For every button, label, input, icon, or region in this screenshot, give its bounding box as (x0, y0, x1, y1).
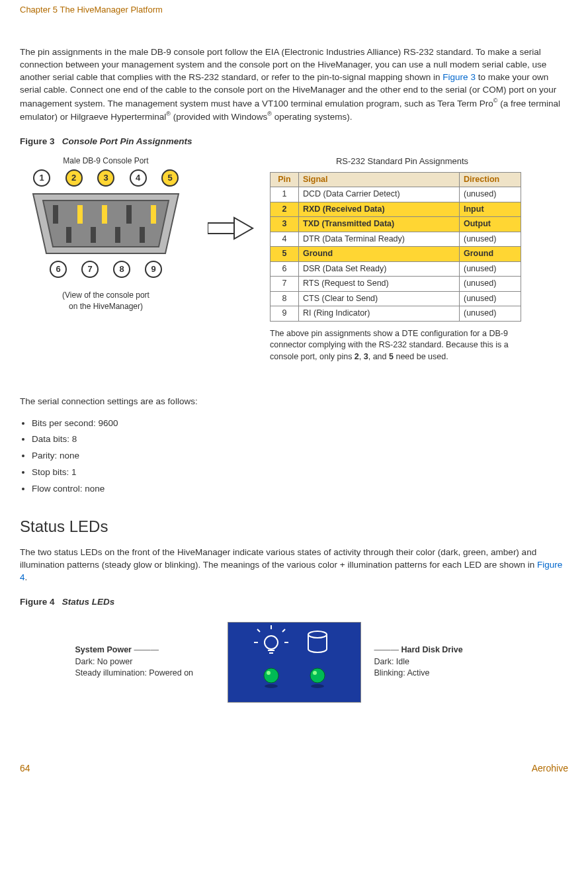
cell-pin: 4 (271, 232, 299, 247)
cell-sig: CTS (Clear to Send) (299, 291, 460, 306)
svg-rect-8 (91, 227, 96, 243)
cell-dir: (unused) (460, 187, 521, 202)
hdr-signal: Signal (299, 172, 460, 187)
pin-circle-4: 4 (130, 169, 147, 187)
reg-sup-2: ® (267, 110, 272, 117)
cell-dir: (unused) (460, 277, 521, 292)
hdr-direction: Direction (460, 172, 521, 187)
svg-point-25 (265, 684, 278, 688)
svg-line-16 (282, 629, 285, 632)
cell-sig: DCD (Data Carrier Detect) (299, 187, 460, 202)
table-row: 5GroundGround (271, 247, 521, 262)
cell-pin: 1 (271, 187, 299, 202)
cell-pin: 9 (271, 306, 299, 322)
system-power-line2: Steady illumination: Powered on (75, 668, 214, 680)
list-item: Stop bits: 1 (32, 466, 568, 479)
figure-3-link[interactable]: Figure 3 (442, 72, 476, 82)
table-row: 7RTS (Request to Send)(unused) (271, 277, 521, 292)
serial-settings-list: Bits per second: 9600 Data bits: 8 Parit… (20, 417, 568, 496)
svg-point-29 (313, 671, 317, 675)
cell-sig: DTR (Data Terminal Ready) (299, 232, 460, 247)
table-row: 9RI (Ring Indicator)(unused) (271, 306, 521, 322)
cell-sig: RXD (Received Data) (299, 202, 460, 217)
cell-sig: RTS (Request to Send) (299, 277, 460, 292)
table-row: 3TXD (Transmitted Data)Output (271, 217, 521, 232)
cell-sig: Ground (299, 247, 460, 262)
status-text-a: The two status LEDs on the front of the … (20, 547, 537, 570)
cell-sig: DSR (Data Set Ready) (299, 261, 460, 277)
pin-table-note: The above pin assignments show a DTE con… (270, 328, 521, 363)
svg-point-24 (264, 668, 278, 683)
intro-text-d: (provided with Windows (171, 112, 267, 122)
note-bold-5: 5 (389, 352, 394, 361)
pin-table-header: Pin Signal Direction (271, 172, 521, 187)
note-bold-3: 3 (364, 352, 368, 361)
svg-rect-3 (77, 205, 83, 224)
figure-3-content: Male DB-9 Console Port 1 2 3 4 5 (20, 155, 568, 363)
figure-4-caption: Figure 4 Status LEDs (20, 596, 568, 609)
note-text-end: need be used. (394, 352, 448, 361)
figure-4-number: Figure 4 (20, 597, 55, 607)
cell-pin: 5 (271, 247, 299, 262)
pin-table: Pin Signal Direction 1DCD (Data Carrier … (270, 172, 521, 322)
cell-dir: Input (460, 202, 521, 217)
serial-settings-intro: The serial connection settings are as fo… (20, 396, 568, 408)
hdr-pin: Pin (271, 172, 299, 187)
cell-dir: (unused) (460, 291, 521, 306)
brand-name: Aerohive (532, 762, 568, 775)
svg-rect-5 (126, 205, 132, 224)
table-row: 8CTS (Clear to Send)(unused) (271, 291, 521, 306)
svg-rect-4 (102, 205, 107, 224)
intro-text-e: operating systems). (272, 112, 353, 122)
figure-3-caption: Figure 3 Console Port Pin Assignments (20, 136, 568, 148)
table-row: 6DSR (Data Set Ready)(unused) (271, 261, 521, 277)
list-item: Data bits: 8 (32, 433, 568, 446)
cell-pin: 2 (271, 202, 299, 217)
cell-dir: Output (460, 217, 521, 232)
pin-circle-8: 8 (113, 261, 130, 278)
page-number: 64 (20, 762, 30, 775)
system-power-header: System Power ——— (75, 644, 214, 656)
figure-3-title: Console Port Pin Assignments (62, 136, 192, 146)
svg-rect-2 (53, 205, 58, 224)
pin-circle-9: 9 (145, 261, 162, 278)
list-item: Flow control: none (32, 483, 568, 496)
cell-pin: 3 (271, 217, 299, 232)
db9-top-pins: 1 2 3 4 5 (33, 169, 179, 187)
cell-dir: (unused) (460, 261, 521, 277)
chapter-header: Chapter 5 The HiveManager Platform (20, 0, 568, 16)
note-comma-2: , and (368, 352, 389, 361)
db9-connector-icon (30, 191, 182, 257)
hdd-legend: ——— Hard Disk Drive Dark: Idle Blinking:… (374, 644, 513, 680)
table-row: 1DCD (Data Carrier Detect)(unused) (271, 187, 521, 202)
pin-circle-6: 6 (50, 261, 67, 278)
cell-pin: 8 (271, 291, 299, 306)
page-footer: 64 Aerohive (20, 762, 568, 775)
svg-point-28 (267, 671, 271, 675)
svg-point-21 (308, 631, 327, 638)
reg-sup-1: ® (166, 110, 171, 117)
pin-circle-3: 3 (97, 169, 114, 187)
cell-dir: (unused) (460, 306, 521, 322)
svg-rect-7 (66, 227, 71, 243)
status-leds-heading: Status LEDs (20, 515, 568, 538)
db9-bottom-pins: 6 7 8 9 (50, 261, 162, 278)
table-row: 4DTR (Data Terminal Ready)(unused) (271, 232, 521, 247)
list-item: Parity: none (32, 450, 568, 462)
pin-circle-2: 2 (65, 169, 83, 187)
pin-table-title: RS-232 Standard Pin Assignments (270, 155, 534, 167)
intro-paragraph: The pin assignments in the male DB-9 con… (20, 46, 568, 123)
pin-circle-7: 7 (81, 261, 99, 278)
figure-4-content: System Power ——— Dark: No power Steady i… (20, 622, 568, 703)
cell-sig: RI (Ring Indicator) (299, 306, 460, 322)
db9-diagram: Male DB-9 Console Port 1 2 3 4 5 (20, 155, 192, 312)
svg-point-27 (311, 684, 324, 688)
db9-title: Male DB-9 Console Port (20, 155, 192, 167)
pin-circle-5: 5 (161, 169, 179, 187)
cell-pin: 6 (271, 261, 299, 277)
hdd-header: ——— Hard Disk Drive (374, 644, 513, 656)
hdd-line1: Dark: Idle (374, 656, 513, 668)
system-power-line1: Dark: No power (75, 656, 214, 668)
svg-rect-11 (208, 223, 234, 234)
svg-line-15 (257, 629, 260, 632)
